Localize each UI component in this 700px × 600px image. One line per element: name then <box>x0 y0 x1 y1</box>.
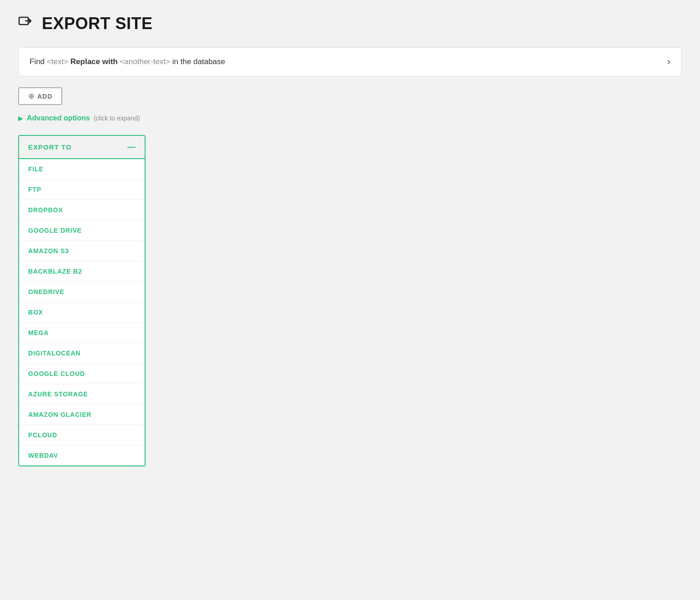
export-site-icon <box>18 14 35 34</box>
find-replace-bar[interactable]: Find <text> Replace with <another-text> … <box>18 47 682 76</box>
replace-tag: <another-text> <box>120 57 170 66</box>
advanced-options-label: Advanced options <box>27 114 90 122</box>
export-to-item[interactable]: GOOGLE CLOUD <box>19 364 145 384</box>
export-to-item[interactable]: BOX <box>19 302 145 323</box>
export-to-item[interactable]: ONEDRIVE <box>19 282 145 302</box>
export-to-item[interactable]: GOOGLE DRIVE <box>19 220 145 241</box>
export-to-item[interactable]: DIGITALOCEAN <box>19 343 145 364</box>
page-header: EXPORT SITE <box>18 14 682 34</box>
export-to-item[interactable]: AMAZON GLACIER <box>19 405 145 425</box>
export-to-item[interactable]: AZURE STORAGE <box>19 384 145 405</box>
page-title: EXPORT SITE <box>42 14 153 33</box>
plus-icon: ⊕ <box>28 92 35 100</box>
export-to-item[interactable]: MEGA <box>19 323 145 343</box>
find-tag: <text> <box>47 57 68 66</box>
find-replace-text: Find <text> Replace with <another-text> … <box>30 57 225 66</box>
export-to-item[interactable]: BACKBLAZE B2 <box>19 261 145 282</box>
advanced-options-hint: (click to expand) <box>94 115 140 122</box>
advanced-options-row[interactable]: ▶ Advanced options (click to expand) <box>18 114 682 122</box>
export-to-list: FILEFTPDROPBOXGOOGLE DRIVEAMAZON S3BACKB… <box>19 159 145 465</box>
export-to-header: EXPORT TO — <box>19 136 145 159</box>
add-button-label: ADD <box>37 93 52 100</box>
export-to-item[interactable]: FTP <box>19 180 145 200</box>
add-button[interactable]: ⊕ ADD <box>18 87 62 105</box>
export-to-panel: EXPORT TO — FILEFTPDROPBOXGOOGLE DRIVEAM… <box>18 135 146 466</box>
export-to-item[interactable]: AMAZON S3 <box>19 241 145 261</box>
export-to-item[interactable]: PCLOUD <box>19 425 145 445</box>
replace-with-label: Replace with <box>71 57 120 66</box>
export-to-item[interactable]: WEBDAV <box>19 445 145 465</box>
chevron-right-icon: › <box>667 56 670 68</box>
export-to-item[interactable]: DROPBOX <box>19 200 145 220</box>
in-database-text: in the database <box>172 57 225 66</box>
export-to-title: EXPORT TO <box>28 143 71 151</box>
export-to-item[interactable]: FILE <box>19 159 145 180</box>
triangle-right-icon: ▶ <box>18 115 23 122</box>
collapse-icon[interactable]: — <box>127 142 136 152</box>
